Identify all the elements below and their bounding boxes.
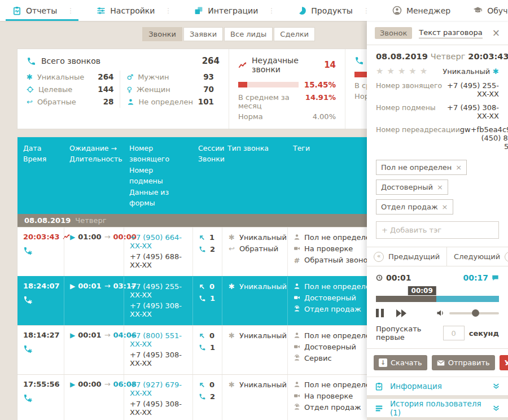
menu-dots-icon[interactable]: ⋮	[67, 7, 74, 15]
stat-row: В среднем за месяц 14.91%	[238, 92, 336, 111]
call-info: 08.08.2019Четверг20:03:43 ★★★★★ Уникальн…	[367, 45, 508, 239]
camera-icon	[294, 294, 300, 301]
tag-chip[interactable]: Достоверный×	[376, 180, 448, 195]
panel-tabs: Звонок Текст разговора ×	[367, 21, 508, 45]
add-tag-input[interactable]	[376, 221, 499, 239]
caller-number: +7 (800) 551-XX-XX	[130, 331, 187, 349]
stat-row: ♀ Женщин 70	[127, 83, 220, 95]
tab-transcript[interactable]: Текст разговора	[419, 28, 482, 38]
person-icon	[294, 283, 300, 290]
headset-icon	[294, 404, 300, 410]
nav-item-education[interactable]: Обучение	[461, 0, 508, 21]
volume-knob[interactable]	[472, 309, 479, 317]
rating-stars[interactable]: ★★★★★	[376, 66, 431, 76]
download-button[interactable]: ↓ Скачать	[374, 355, 427, 370]
return-arrow-icon: ↩	[27, 98, 33, 106]
seek-bar[interactable]: 00:09	[376, 296, 499, 302]
previous-call-button[interactable]: « Предыдущий	[367, 247, 446, 266]
arrow-right-icon: →	[104, 380, 111, 388]
arrow-right-icon: →	[104, 331, 111, 339]
remove-tag-icon[interactable]: ×	[456, 163, 462, 172]
nav-tab-reports[interactable]: Отчеты ⋮	[0, 0, 84, 21]
nav-tab-label: Интеграции	[208, 6, 258, 15]
col-header-numbers[interactable]: Номер звонящегоНомер подменыДанные из фо…	[124, 137, 192, 214]
tab-calls[interactable]: Звонки	[142, 27, 182, 41]
tag-chip[interactable]: Отдел продаж×	[376, 199, 453, 215]
session-cursor-icon	[199, 283, 205, 290]
asterisk-icon: ✱	[228, 233, 235, 242]
menu-dots-icon[interactable]: ⋮	[363, 7, 370, 15]
phone-icon	[354, 56, 364, 65]
accordion-information[interactable]: Информация	[367, 377, 508, 395]
asterisk-icon: ✱	[27, 73, 33, 81]
col-header-type[interactable]: Тип звонка	[222, 137, 287, 214]
session-cursor-icon	[199, 382, 205, 388]
delete-button[interactable]: Удалить	[500, 355, 508, 370]
menu-dots-icon[interactable]: ⋮	[268, 7, 275, 15]
play-icon[interactable]: ▶	[70, 380, 75, 388]
send-button[interactable]: Отправить	[432, 355, 495, 370]
envelope-icon	[437, 359, 445, 367]
history-icon	[375, 404, 383, 413]
reports-icon	[12, 6, 21, 15]
call-time: 20:03:43	[468, 52, 508, 61]
nav-item-manager[interactable]: Менеджер	[380, 0, 461, 21]
field-caller-number: Номер звонящего +7 (495) 255-XX-XX	[376, 81, 499, 98]
volume-icon[interactable]	[436, 309, 445, 317]
target-icon	[27, 86, 34, 93]
callback-icon[interactable]	[23, 344, 58, 353]
tag-chip[interactable]: Пол не определен×	[376, 160, 467, 175]
person-icon	[294, 381, 300, 388]
person-icon	[294, 234, 300, 240]
substitute-number: +7 (495) 308-XX-XX	[130, 349, 187, 369]
phone-icon	[199, 246, 206, 253]
menu-dots-icon[interactable]: ⋮	[165, 7, 172, 15]
nav-tab-settings[interactable]: Настройки ⋮	[84, 0, 182, 21]
manager-icon	[392, 6, 402, 15]
graduation-cap-icon	[473, 6, 483, 15]
substitute-number: +7 (495) 308-XX-XX	[130, 300, 187, 320]
col-header-datetime[interactable]: ДатаВремя	[17, 137, 64, 214]
seek-tooltip: 00:09	[408, 286, 436, 295]
play-icon[interactable]: ▶	[70, 233, 75, 241]
tab-call[interactable]: Звонок	[375, 27, 412, 39]
tab-requests[interactable]: Заявки	[183, 27, 223, 41]
next-call-button[interactable]: Следующий »	[446, 247, 508, 266]
stat-row: Норма 4.00%	[238, 111, 336, 122]
total-time: 00:17	[463, 273, 488, 282]
field-forward-number: Номер переадресации gw+fb5ea4c90be... (4…	[376, 125, 499, 151]
male-icon: ♂	[127, 73, 134, 81]
return-arrow-icon: ↩	[228, 244, 235, 253]
nav-tab-integrations[interactable]: Интеграции ⋮	[182, 0, 285, 21]
audio-player: 00:01 00:17 00:09	[367, 266, 508, 317]
tab-deals[interactable]: Сделки	[274, 27, 315, 41]
col-header-duration[interactable]: Ожидание →Длительность	[64, 137, 124, 214]
camera-icon	[294, 343, 300, 350]
chevron-left-circle-icon: «	[374, 252, 384, 262]
volume-slider[interactable]	[449, 312, 499, 314]
remove-tag-icon[interactable]: ×	[437, 183, 443, 191]
tab-all-leads[interactable]: Все лиды	[224, 27, 273, 41]
speech-bubble-icon[interactable]	[492, 274, 499, 282]
accordion-user-history[interactable]: История пользователя (1)	[367, 399, 508, 417]
sliders-icon	[97, 6, 106, 15]
nav-tab-products[interactable]: Продукты ⋮	[285, 0, 380, 21]
tag-chips: Пол не определен× Достоверный× Отдел про…	[376, 160, 499, 215]
field-substitute-number: Номер подмены +7 (495) 308-XX-XX	[376, 103, 499, 120]
col-header-sessions[interactable]: СессииЗвонки	[192, 137, 222, 214]
download-icon: ↓	[379, 358, 387, 367]
fast-forward-button[interactable]	[396, 309, 406, 317]
callback-icon[interactable]	[23, 393, 58, 403]
pause-button[interactable]	[376, 309, 384, 317]
close-icon[interactable]: ×	[492, 28, 500, 38]
callback-icon[interactable]	[23, 295, 58, 304]
callback-icon[interactable]	[23, 246, 58, 255]
integrations-icon	[194, 6, 203, 15]
remove-tag-icon[interactable]: ×	[442, 203, 448, 211]
asterisk-icon: ✱	[228, 282, 235, 291]
call-details-panel: Звонок Текст разговора × 08.08.2019Четве…	[367, 21, 508, 420]
skip-seconds-input[interactable]	[443, 326, 465, 340]
play-icon[interactable]: ▶	[70, 282, 75, 290]
play-icon[interactable]: ▶	[70, 331, 75, 339]
accordion-list: Информация История пользователя (1) Комм…	[367, 377, 508, 420]
